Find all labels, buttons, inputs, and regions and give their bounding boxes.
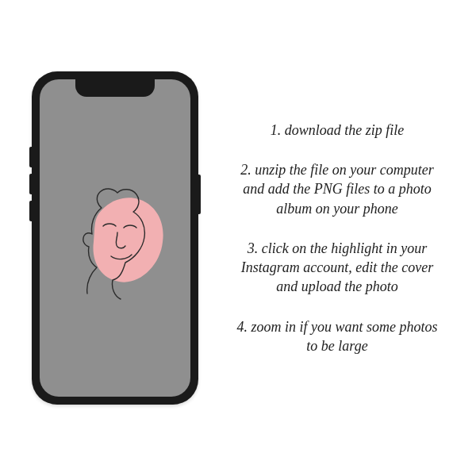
- phone-notch: [75, 79, 155, 97]
- line-art-face-icon: [56, 171, 175, 305]
- layout-container: 1. download the zip file 2. unzip the fi…: [0, 0, 476, 476]
- instruction-step: 1. download the zip file: [230, 121, 444, 140]
- blob-shape: [93, 198, 163, 282]
- phone-frame: [32, 71, 198, 405]
- instruction-step: 2. unzip the file on your computer and a…: [230, 160, 444, 218]
- instructions-list: 1. download the zip file 2. unzip the fi…: [206, 121, 452, 356]
- phone-screen: [40, 79, 190, 397]
- phone-illustration-wrap: [24, 71, 206, 405]
- instruction-step: 3. click on the highlight in your Instag…: [230, 239, 444, 297]
- instruction-step: 4. zoom in if you want some photos to be…: [230, 317, 444, 356]
